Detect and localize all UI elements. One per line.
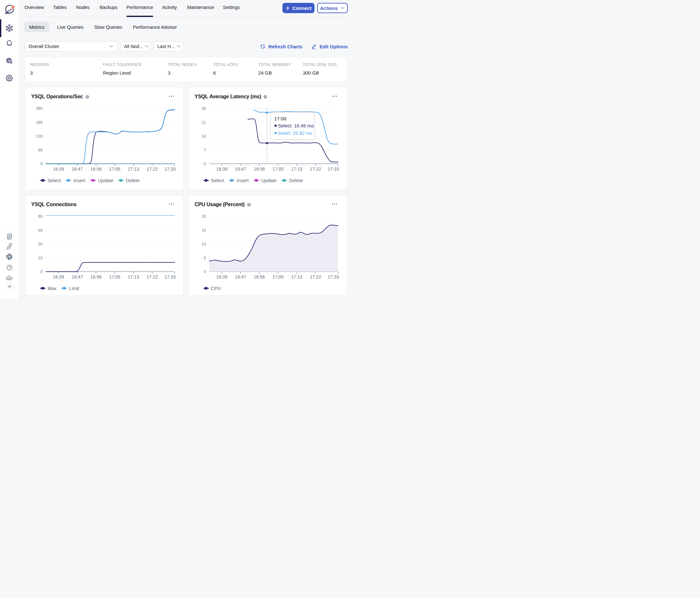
sidebar (0, 0, 19, 299)
svg-text:17:13: 17:13 (128, 274, 139, 280)
lightning-icon (285, 6, 290, 10)
tooltip-time: 17:00 (274, 116, 286, 121)
nav-tab-settings[interactable]: Settings (223, 4, 240, 11)
stat-label: TOTAL vCPU (213, 62, 238, 67)
sidebar-item-docs[interactable] (0, 231, 19, 241)
cluster-icon (5, 24, 13, 32)
legend-item-select[interactable]: Select (40, 178, 61, 183)
subtab-metrics[interactable]: Metrics (24, 22, 49, 32)
legend-label: Limit (69, 286, 79, 291)
sidebar-item-settings[interactable] (0, 69, 19, 87)
legend-item-insert[interactable]: Insert (229, 178, 249, 183)
legend-marker (66, 179, 71, 182)
actions-label: Actions (320, 5, 338, 11)
nodes-select[interactable]: All Nod... (120, 41, 150, 51)
svg-text:17:22: 17:22 (310, 274, 321, 280)
chart-card-cpu-usage-percent-: CPU Usage (Percent)i0510152016:3916:4716… (189, 195, 347, 296)
subtab-live-queries[interactable]: Live Queries (57, 22, 83, 32)
legend-marker (203, 287, 209, 290)
legend-item-insert[interactable]: Insert (66, 178, 85, 183)
svg-text:21: 21 (201, 120, 206, 125)
sidebar-item-slack[interactable] (0, 252, 19, 262)
time-range-select[interactable]: Last H... (154, 41, 183, 51)
legend-item-cpu[interactable]: CPU (203, 286, 221, 291)
subtab-performance-advisor[interactable]: Performance Advisor (133, 22, 177, 32)
svg-text:0: 0 (204, 161, 206, 166)
sidebar-expand-button[interactable] (6, 283, 13, 290)
subtab-slow-queries[interactable]: Slow Queries (94, 22, 122, 32)
nav-tab-overview[interactable]: Overview (25, 4, 44, 11)
refresh-charts-link[interactable]: Refresh Charts (260, 42, 302, 51)
svg-text:17:05: 17:05 (272, 274, 283, 280)
chart-plot: 06513019526016:3916:4716:5617:0517:1317:… (26, 87, 184, 178)
legend-marker (118, 179, 124, 182)
chevron-down-icon (109, 44, 114, 48)
svg-text:16:47: 16:47 (235, 166, 246, 172)
stat-value: 300 GB (303, 70, 319, 76)
edit-options-link[interactable]: Edit Options (311, 42, 348, 51)
svg-text:130: 130 (36, 134, 43, 138)
nav-tab-nodes[interactable]: Nodes (76, 4, 90, 11)
sidebar-item-network[interactable] (0, 52, 19, 70)
double-chevron-right-icon (8, 285, 11, 288)
legend-label: Select (48, 178, 61, 183)
legend-item-delete[interactable]: Delete (118, 178, 140, 183)
stat-label: FAULT TOLERANCE (103, 62, 142, 67)
svg-text:17:33: 17:33 (328, 274, 339, 280)
svg-text:14: 14 (201, 134, 206, 138)
stat-value: 3 (168, 70, 170, 76)
legend-marker (40, 179, 46, 182)
chevron-down-icon (341, 6, 345, 10)
svg-text:16:47: 16:47 (235, 274, 246, 280)
chart-legend: SelectInsertUpdateDelete (203, 177, 303, 184)
legend-item-limit[interactable]: Limit (61, 286, 79, 291)
svg-text:15: 15 (38, 256, 43, 260)
yugabyte-logo[interactable] (3, 3, 16, 15)
legend-marker (90, 179, 96, 182)
stat-label: TOTAL MEMORY (258, 62, 291, 67)
svg-text:16:56: 16:56 (90, 166, 101, 172)
chevron-down-icon (145, 44, 149, 48)
cloud-pulse-icon (6, 274, 13, 281)
sidebar-item-alerts[interactable] (0, 34, 19, 52)
pencil-icon (311, 44, 317, 49)
legend-label: Select (211, 178, 224, 183)
nav-tab-backups[interactable]: Backups (100, 4, 118, 11)
svg-text:17:22: 17:22 (146, 166, 157, 172)
legend-item-delete[interactable]: Delete (281, 178, 303, 183)
connect-button[interactable]: Connect (282, 3, 315, 13)
nav-tab-performance[interactable]: Performance (126, 4, 153, 11)
legend-marker (229, 179, 234, 182)
svg-text:16:56: 16:56 (90, 274, 101, 280)
gear-icon (5, 74, 13, 82)
legend-marker (281, 179, 287, 182)
legend-label: Update (261, 178, 277, 183)
chart-plot: 0510152016:3916:4716:5617:0517:1317:2217… (189, 195, 347, 283)
legend-item-update[interactable]: Update (90, 178, 114, 183)
bell-icon (5, 39, 13, 47)
sidebar-item-help[interactable] (0, 262, 19, 272)
svg-text:10: 10 (201, 242, 206, 246)
chart-legend: SelectInsertUpdateDelete (40, 177, 140, 184)
legend-item-update[interactable]: Update (254, 178, 277, 183)
cluster-select-value: Overall Cluster (28, 44, 59, 49)
legend-marker (40, 287, 46, 290)
svg-text:17:33: 17:33 (164, 166, 175, 172)
svg-text:16:39: 16:39 (53, 166, 64, 172)
nav-tab-maintenance[interactable]: Maintenance (187, 4, 214, 11)
svg-text:16:56: 16:56 (254, 166, 265, 172)
cluster-stats-card: REGIONS3FAULT TOLERANCERegion LevelTOTAL… (25, 57, 347, 82)
legend-label: Max (48, 286, 57, 291)
cluster-select[interactable]: Overall Cluster (25, 41, 117, 51)
legend-item-max[interactable]: Max (40, 286, 57, 291)
sidebar-item-integrations[interactable] (0, 242, 19, 251)
legend-item-select[interactable]: Select (203, 178, 224, 183)
chart-card-ysql-average-latency-ms-: YSQL Average Latency (ms)i0714212816:391… (189, 87, 347, 190)
svg-text:30: 30 (38, 242, 43, 246)
time-range-select-value: Last H... (157, 44, 175, 49)
nav-tab-tables[interactable]: Tables (53, 4, 67, 11)
sidebar-item-status[interactable] (0, 273, 19, 283)
svg-text:16:39: 16:39 (216, 274, 227, 280)
actions-button[interactable]: Actions (317, 3, 348, 13)
nav-tab-activity[interactable]: Activity (162, 4, 177, 11)
